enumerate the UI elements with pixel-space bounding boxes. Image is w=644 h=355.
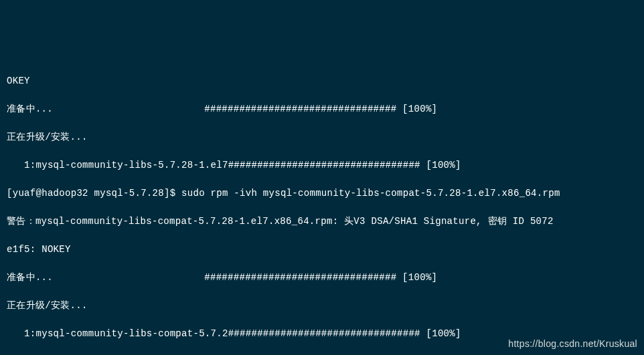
terminal-line: 警告：mysql-community-libs-compat-5.7.28-1.… (7, 215, 637, 229)
terminal-line: e1f5: NOKEY (7, 243, 637, 257)
watermark-text: https://blog.csdn.net/Kruskual (508, 337, 637, 351)
terminal-line: 正在升级/安装... (7, 130, 637, 144)
terminal-line: 准备中... #################################… (7, 102, 637, 116)
terminal-line: 正在升级/安装... (7, 299, 637, 313)
terminal-line: [yuaf@hadoop32 mysql-5.7.28]$ sudo rpm -… (7, 187, 637, 201)
terminal-line: 1:mysql-community-libs-5.7.28-1.el7#####… (7, 158, 637, 172)
terminal-line: 准备中... #################################… (7, 271, 637, 285)
terminal-output: OKEY 准备中... ############################… (7, 60, 637, 355)
terminal-line: OKEY (7, 74, 637, 88)
